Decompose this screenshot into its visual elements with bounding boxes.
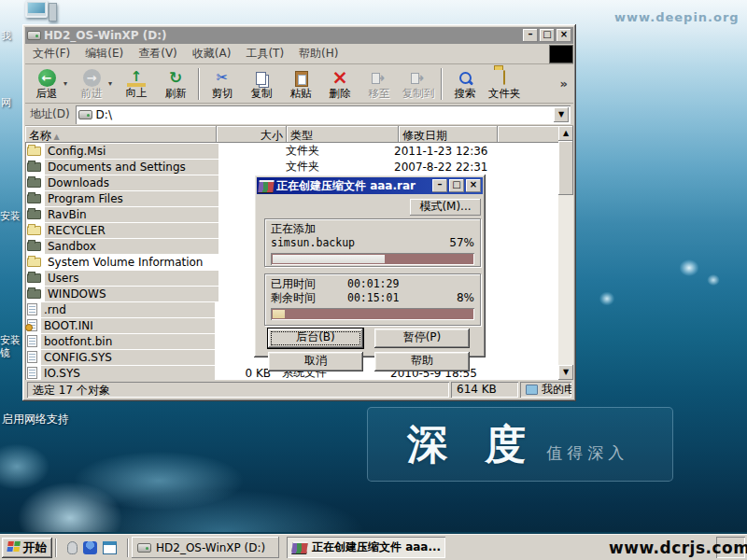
search-icon (456, 69, 474, 88)
toolbar-label: 搜索 (455, 88, 476, 99)
scrollbar-thumb[interactable] (558, 141, 573, 195)
monitor-icon (25, 0, 48, 18)
quick-launch-icon-1[interactable] (67, 541, 78, 554)
toolbar-overflow-chevron[interactable]: » (557, 77, 571, 91)
scrollbar-track[interactable] (558, 195, 573, 365)
forward-icon (82, 69, 101, 88)
mode-button[interactable]: 模式(M)... (410, 199, 481, 216)
toolbar-label: 移至 (369, 88, 390, 99)
chevron-down-icon[interactable]: ▼ (554, 107, 569, 122)
address-bar: 地址(D) D:\ ▼ (25, 104, 573, 126)
file-type: 文件夹 (282, 143, 394, 159)
file-name: Documents and Settings (45, 160, 218, 175)
delete-button[interactable]: 删除 (320, 65, 359, 102)
deepin-watermark-panel: 深 度 值得深入 (367, 407, 673, 482)
file-icon (27, 303, 37, 315)
folder-icon (27, 226, 41, 235)
up-button[interactable]: 向上 (117, 65, 156, 102)
delete-icon (331, 69, 349, 88)
maximize-button[interactable]: □ (449, 179, 464, 192)
file-name: WINDOWS (45, 287, 218, 301)
help-button[interactable]: 帮助 (374, 352, 470, 371)
remaining-label: 剩余时间 (271, 291, 347, 305)
winrar-dialog-title: 正在创建压缩文件 aaa.rar (276, 178, 430, 194)
toolbar-label: 刷新 (165, 88, 187, 99)
copy-icon (252, 69, 271, 88)
taskbar-task-explorer[interactable]: HD2_OS-WinXP (D:) (132, 537, 279, 558)
copy-button[interactable]: 复制 (242, 65, 281, 102)
minimize-button[interactable]: – (523, 29, 538, 42)
address-label: 地址(D) (28, 106, 76, 122)
toolbar-label: 复制到 (402, 88, 435, 99)
search-button[interactable]: 搜索 (445, 65, 485, 102)
column-header-date[interactable]: 修改日期 (399, 126, 498, 143)
paste-button[interactable]: 粘贴 (281, 65, 320, 102)
toolbar-separator (198, 68, 200, 100)
total-progress-bar (271, 308, 474, 320)
minimize-button[interactable]: – (432, 179, 447, 192)
file-progress-bar (271, 253, 474, 265)
start-button[interactable]: 开始 (2, 538, 52, 558)
scroll-up-icon[interactable]: ▲ (558, 126, 573, 141)
current-file-name: simsun.backup (271, 236, 355, 250)
toolbar-label: 前进 (81, 88, 103, 99)
copy-to-button[interactable]: 复制到 (399, 65, 438, 102)
window-logo-box (549, 45, 573, 63)
menu-favorites[interactable]: 收藏(A) (185, 44, 239, 63)
toolbar-label: 向上 (126, 87, 148, 98)
file-name: Sandbox (45, 239, 218, 254)
background-button[interactable]: 后台(B) (268, 329, 363, 348)
column-header-size[interactable]: 大小 (217, 126, 287, 143)
close-button[interactable]: × (466, 179, 481, 192)
chevron-down-icon[interactable]: ▾ (63, 79, 72, 88)
menu-tools[interactable]: 工具(T) (238, 44, 291, 63)
menu-file[interactable]: 文件(F) (25, 44, 78, 63)
winrar-titlebar[interactable]: 正在创建压缩文件 aaa.rar – □ × (257, 177, 483, 194)
taskbar-separator (55, 539, 57, 557)
status-zone: 我的电脑 (520, 382, 571, 398)
file-percent: 57% (449, 236, 474, 250)
taskbar-task-winrar[interactable]: 正在创建压缩文件 aaa... (287, 537, 445, 558)
cancel-button[interactable]: 取消 (268, 352, 363, 371)
file-icon (27, 351, 37, 363)
file-name: RavBin (45, 207, 218, 222)
desktop-icon-label-network[interactable]: 启用网络支持 (2, 412, 69, 427)
column-header-name[interactable]: 名称 (25, 126, 217, 143)
column-header-type[interactable]: 类型 (287, 126, 399, 143)
close-button[interactable]: × (557, 29, 571, 42)
chevron-down-icon[interactable]: ▾ (108, 79, 117, 88)
vertical-scrollbar[interactable]: ▲ ▼ (558, 126, 573, 380)
explorer-titlebar[interactable]: HD2_OS-WinXP (D:) – □ × (25, 27, 573, 44)
refresh-button[interactable]: 刷新 (156, 65, 195, 102)
address-input[interactable]: D:\ ▼ (76, 105, 571, 124)
file-date: 2007-8-22 22:31 (394, 161, 573, 174)
toolbar-separator (441, 68, 443, 100)
toolbar-label: 后退 (36, 88, 58, 99)
toolbar-label: 粘贴 (290, 88, 312, 99)
cut-button[interactable]: 剪切 (203, 65, 242, 102)
toolbar-label: 文件夹 (488, 88, 521, 99)
menu-view[interactable]: 查看(V) (131, 44, 185, 63)
forward-button[interactable]: 前进 (72, 65, 111, 102)
file-name: CONFIG.SYS (41, 350, 215, 365)
quick-launch-icon-3[interactable] (103, 541, 117, 554)
file-progress-fill (273, 255, 385, 263)
my-computer-desktop-icon[interactable] (25, 0, 57, 24)
file-row[interactable]: Config.Msi文件夹2011-1-23 12:36 (25, 143, 573, 159)
quick-launch-icon-2[interactable] (83, 541, 97, 554)
toolbar-label: 复制 (251, 88, 273, 99)
file-row[interactable]: Documents and Settings文件夹2007-8-22 22:31 (25, 159, 573, 175)
menu-help[interactable]: 帮助(H) (291, 44, 345, 63)
menu-edit[interactable]: 编辑(E) (78, 44, 131, 63)
folders-button[interactable]: 文件夹 (485, 65, 524, 102)
pause-button[interactable]: 暂停(P) (374, 329, 470, 348)
maximize-button[interactable]: □ (540, 29, 555, 42)
scroll-down-icon[interactable]: ▼ (558, 365, 573, 380)
address-value: D:\ (96, 108, 554, 121)
winrar-dialog-body: 模式(M)... 正在添加 simsun.backup 57% 已用时间 00:… (257, 194, 483, 355)
move-to-button[interactable]: 移至 (359, 65, 399, 102)
back-button[interactable]: 后退 (27, 65, 66, 102)
file-name: BOOT.INI (41, 318, 215, 333)
explorer-window-title: HD2_OS-WinXP (D:) (44, 29, 521, 42)
desktop-icon-label-fragment: 镜 (0, 346, 10, 360)
